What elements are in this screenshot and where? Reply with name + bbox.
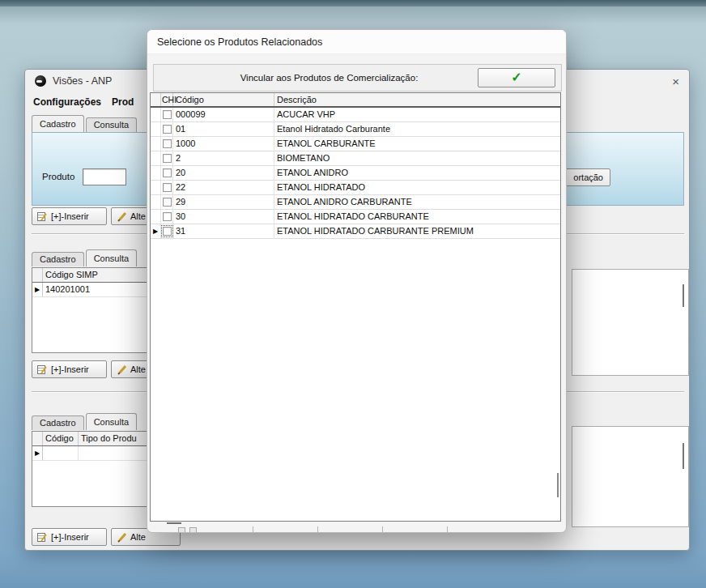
checkbox[interactable] <box>163 154 172 163</box>
row-selector <box>151 166 161 180</box>
codigo-cell: 29 <box>173 195 274 209</box>
alter-button-label: Alte <box>130 532 146 542</box>
tab[interactable]: Consulta <box>86 413 137 430</box>
codigo-cell: 31 <box>173 224 274 238</box>
checkbox[interactable] <box>163 139 172 148</box>
horizontal-scrollbar-thumb[interactable] <box>167 522 181 524</box>
confirm-button[interactable]: ✓ <box>478 68 555 87</box>
dialog-toolbar: Vincular aos Produtos de Comercialização… <box>153 64 562 92</box>
pencil-icon <box>117 211 127 222</box>
insert-button[interactable]: [+]-Inserir <box>32 360 107 378</box>
row-selector <box>151 151 161 165</box>
dialog-title: Selecione os Produtos Relacionados <box>147 30 566 54</box>
checkbox-cell <box>161 151 173 165</box>
checkbox[interactable] <box>163 168 172 177</box>
clipped-button-icon <box>189 527 197 533</box>
checkbox[interactable] <box>163 212 172 221</box>
tabset-simp: CadastroConsulta <box>32 249 138 266</box>
check-icon: ✓ <box>511 71 521 84</box>
descricao-cell: ETANOL HIDRATADO <box>274 181 560 194</box>
desktop-top-strip <box>0 0 706 6</box>
descricao-cell: ETANOL ANIDRO <box>274 166 560 180</box>
vertical-scrollbar-thumb[interactable] <box>557 473 559 497</box>
product-row[interactable]: 1000 ETANOL CARBURANTE <box>151 137 560 151</box>
product-row[interactable]: 000099 ACUCAR VHP <box>151 108 560 122</box>
checkbox-cell <box>161 224 173 238</box>
row-selector-header <box>32 268 43 282</box>
checkbox[interactable] <box>163 125 172 134</box>
descricao-cell: ETANOL ANIDRO CARBURANTE <box>274 195 560 209</box>
products-grid: CHI Código Descrição 000099 ACUCAR VHP 0… <box>150 92 561 522</box>
codigo-cell: 000099 <box>173 108 274 121</box>
insert-icon <box>37 364 48 375</box>
insert-button[interactable]: [+]-Inserir <box>32 207 107 225</box>
product-row[interactable]: 29 ETANOL ANIDRO CARBURANTE <box>151 195 560 210</box>
row-selector <box>151 108 161 121</box>
checkbox-cell <box>161 210 173 224</box>
toolbar-separator <box>447 526 448 533</box>
product-row[interactable]: 20 ETANOL ANIDRO <box>151 166 560 181</box>
alter-button-label: Alte <box>130 211 146 221</box>
checkbox[interactable] <box>163 198 172 207</box>
current-row-marker-icon <box>35 287 40 293</box>
insert-button-label: [+]-Inserir <box>51 211 89 221</box>
codigo-cell <box>43 446 79 460</box>
row-selector <box>32 283 43 296</box>
checkbox-cell <box>161 181 173 194</box>
codigo-cell: 1000 <box>173 137 274 151</box>
product-row[interactable]: 30 ETANOL HIDRATADO CARBURANTE <box>151 210 560 224</box>
tab[interactable]: Cadastro <box>32 252 84 266</box>
tab[interactable]: Consulta <box>86 117 137 132</box>
product-row[interactable]: 22 ETANOL HIDRATADO <box>151 181 560 195</box>
row-selector <box>151 224 161 238</box>
row-selector-header <box>151 93 161 106</box>
descricao-cell: ETANOL CARBURANTE <box>274 137 560 151</box>
tabset-produto: CadastroConsulta <box>32 115 138 132</box>
column-header-descricao: Descrição <box>274 93 560 106</box>
checkbox-cell <box>161 108 173 121</box>
clipped-bottom-toolbar <box>147 525 566 532</box>
tabset-tipo-produto: CadastroConsulta <box>32 413 138 430</box>
descricao-cell: BIOMETANO <box>274 151 560 165</box>
descricao-cell: Etanol Hidratado Carburante <box>274 122 560 136</box>
row-selector <box>151 137 161 151</box>
product-row[interactable]: 31 ETANOL HIDRATADO CARBURANTE PREMIUM <box>151 224 560 239</box>
checkbox[interactable] <box>163 110 172 119</box>
insert-button-label: [+]-Inserir <box>51 532 89 542</box>
codigo-cell: 01 <box>173 122 274 136</box>
insert-icon <box>37 211 48 222</box>
row-selector <box>151 195 161 209</box>
tab[interactable]: Cadastro <box>32 115 84 132</box>
toolbar-separator <box>382 526 383 533</box>
product-row[interactable]: 2 BIOMETANO <box>151 151 560 166</box>
insert-icon <box>37 532 48 543</box>
side-list-box <box>572 269 689 376</box>
codigo-cell: 30 <box>173 210 274 224</box>
tab[interactable]: Cadastro <box>32 415 84 430</box>
alter-button-label: Alte <box>130 364 146 374</box>
descricao-cell: ETANOL HIDRATADO CARBURANTE PREMIUM <box>274 224 560 238</box>
descricao-cell: ETANOL HIDRATADO CARBURANTE <box>274 210 560 224</box>
tab[interactable]: Consulta <box>86 249 137 266</box>
checkbox-cell <box>161 195 173 209</box>
checkbox[interactable] <box>163 183 172 192</box>
scrollbar-thumb[interactable] <box>683 284 684 307</box>
produto-input[interactable] <box>83 168 126 185</box>
close-icon[interactable]: × <box>672 75 679 87</box>
scrollbar-thumb[interactable] <box>683 443 684 469</box>
main-tab[interactable]: Prod <box>112 96 134 108</box>
checkbox-cell <box>161 137 173 151</box>
pencil-icon <box>117 364 127 375</box>
app-logo-icon <box>35 75 46 87</box>
checkbox[interactable] <box>163 227 172 236</box>
current-row-marker-icon <box>153 228 158 235</box>
codigo-cell: 2 <box>173 151 274 165</box>
insert-button-label: [+]-Inserir <box>51 364 89 374</box>
codigo-cell: 20 <box>173 166 274 180</box>
column-header-chk: CHI <box>161 93 173 106</box>
main-tab-bar: ConfiguraçõesProd <box>33 96 134 108</box>
insert-button[interactable]: [+]-Inserir <box>32 528 107 546</box>
main-tab[interactable]: Configurações <box>33 96 101 108</box>
product-row[interactable]: 01 Etanol Hidratado Carburante <box>151 122 560 137</box>
checkbox-cell <box>161 166 173 180</box>
